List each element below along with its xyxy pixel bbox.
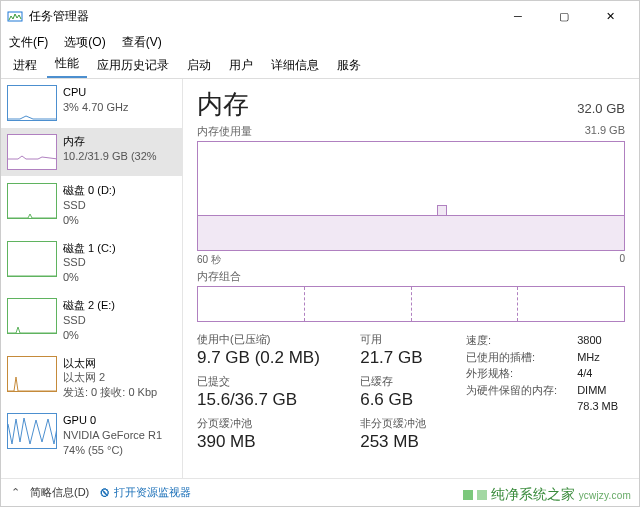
sidebar-item-cpu[interactable]: CPU3% 4.70 GHz <box>1 79 182 128</box>
main-panel: 内存 32.0 GB 内存使用量 31.9 GB 60 秒 0 内存组合 <box>183 79 639 478</box>
net-thumb <box>7 356 57 392</box>
memory-composition-chart[interactable] <box>197 286 625 322</box>
paged-value: 390 MB <box>197 432 340 452</box>
tab-bar: 进程 性能 应用历史记录 启动 用户 详细信息 服务 <box>1 53 639 79</box>
commit-label: 已提交 <box>197 374 340 389</box>
tab-users[interactable]: 用户 <box>221 53 261 78</box>
speed-value: 3800 MHz <box>577 332 625 365</box>
disk1-thumb <box>7 241 57 277</box>
capacity-label: 32.0 GB <box>577 101 625 116</box>
tab-startup[interactable]: 启动 <box>179 53 219 78</box>
form-value: DIMM <box>577 382 606 399</box>
titlebar[interactable]: 任务管理器 ─ ▢ ✕ <box>1 1 639 31</box>
memory-thumb <box>7 134 57 170</box>
resmon-icon: 🛇 <box>99 487 110 499</box>
brief-info-link[interactable]: 简略信息(D) <box>30 485 89 500</box>
composition-label: 内存组合 <box>197 269 241 284</box>
nonpaged-value: 253 MB <box>360 432 446 452</box>
avail-value: 21.7 GB <box>360 348 446 368</box>
avail-label: 可用 <box>360 332 446 347</box>
tab-apphistory[interactable]: 应用历史记录 <box>89 53 177 78</box>
tab-performance[interactable]: 性能 <box>47 51 87 78</box>
disk0-thumb <box>7 183 57 219</box>
close-button[interactable]: ✕ <box>587 1 633 31</box>
hw-label: 为硬件保留的内存: <box>466 382 557 399</box>
menu-view[interactable]: 查看(V) <box>118 32 166 53</box>
sidebar-item-gpu0[interactable]: GPU 0NVIDIA GeForce R174% (55 °C) <box>1 407 182 465</box>
disk2-thumb <box>7 298 57 334</box>
title-text: 任务管理器 <box>29 8 89 25</box>
maximize-button[interactable]: ▢ <box>541 1 587 31</box>
hw-value: 78.3 MB <box>577 398 618 415</box>
tab-details[interactable]: 详细信息 <box>263 53 327 78</box>
open-resmon-link[interactable]: 🛇 打开资源监视器 <box>99 485 191 500</box>
slots-label: 已使用的插槽: <box>466 349 535 366</box>
sidebar-item-disk0[interactable]: 磁盘 0 (D:)SSD0% <box>1 177 182 235</box>
speed-label: 速度: <box>466 332 491 349</box>
menu-file[interactable]: 文件(F) <box>5 32 52 53</box>
sidebar-item-disk2[interactable]: 磁盘 2 (E:)SSD0% <box>1 292 182 350</box>
gpu-thumb <box>7 413 57 449</box>
page-title: 内存 <box>197 87 249 122</box>
nonpaged-label: 非分页缓冲池 <box>360 416 446 431</box>
form-label: 外形规格: <box>466 365 513 382</box>
cpu-thumb <box>7 85 57 121</box>
axis-right: 0 <box>619 253 625 267</box>
paged-label: 分页缓冲池 <box>197 416 340 431</box>
tab-processes[interactable]: 进程 <box>5 53 45 78</box>
sidebar-item-disk1[interactable]: 磁盘 1 (C:)SSD0% <box>1 235 182 293</box>
chart-fill <box>198 215 624 250</box>
cached-label: 已缓存 <box>360 374 446 389</box>
commit-value: 15.6/36.7 GB <box>197 390 340 410</box>
task-manager-window: 任务管理器 ─ ▢ ✕ 文件(F) 选项(O) 查看(V) 进程 性能 应用历史… <box>0 0 640 507</box>
memory-usage-chart[interactable] <box>197 141 625 251</box>
sidebar-item-memory[interactable]: 内存10.2/31.9 GB (32% <box>1 128 182 177</box>
chevron-up-icon[interactable]: ⌃ <box>11 486 20 499</box>
sidebar-item-ethernet[interactable]: 以太网以太网 2发送: 0 接收: 0 Kbp <box>1 350 182 408</box>
usage-max: 31.9 GB <box>585 124 625 139</box>
tab-services[interactable]: 服务 <box>329 53 369 78</box>
chart-bump <box>437 205 447 215</box>
menu-options[interactable]: 选项(O) <box>60 32 109 53</box>
app-icon <box>7 8 23 24</box>
inuse-value: 9.7 GB (0.2 MB) <box>197 348 340 368</box>
usage-label: 内存使用量 <box>197 124 252 139</box>
status-bar: ⌃ 简略信息(D) 🛇 打开资源监视器 <box>1 478 639 506</box>
slots-value: 4/4 <box>577 365 592 382</box>
perf-sidebar: CPU3% 4.70 GHz 内存10.2/31.9 GB (32% 磁盘 0 … <box>1 79 183 478</box>
axis-left: 60 秒 <box>197 253 221 267</box>
cached-value: 6.6 GB <box>360 390 446 410</box>
inuse-label: 使用中(已压缩) <box>197 332 340 347</box>
menu-bar: 文件(F) 选项(O) 查看(V) <box>1 31 639 53</box>
minimize-button[interactable]: ─ <box>495 1 541 31</box>
